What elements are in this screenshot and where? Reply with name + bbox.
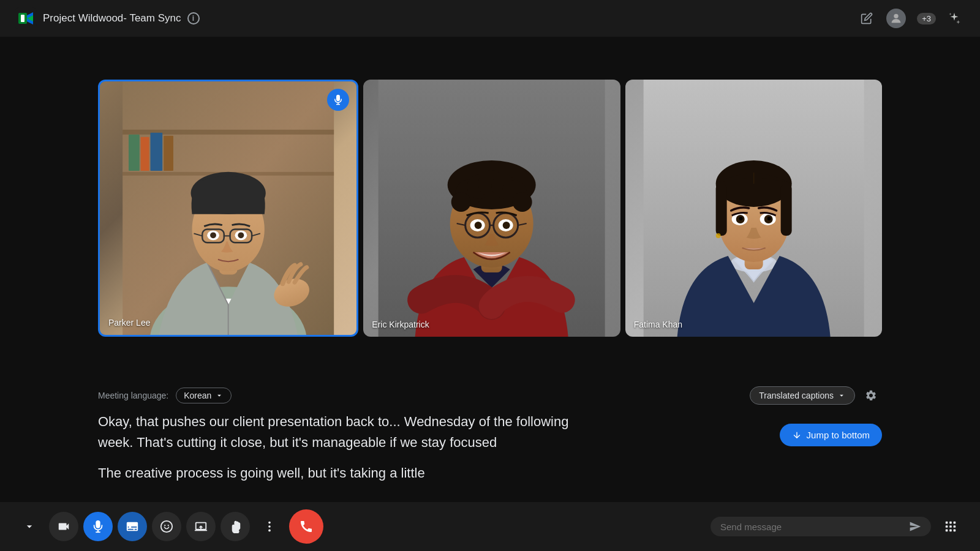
chevron-down-icon bbox=[215, 391, 224, 400]
parker-name-label: Parker Lee bbox=[108, 318, 150, 328]
svg-point-41 bbox=[513, 192, 532, 212]
svg-point-65 bbox=[739, 217, 742, 220]
caption-bar: Meeting language: Korean Translated capt… bbox=[0, 380, 980, 411]
eric-video bbox=[363, 80, 620, 337]
chevron-down-button[interactable] bbox=[15, 512, 44, 541]
svg-point-60 bbox=[715, 233, 720, 238]
more-options-button[interactable] bbox=[255, 512, 284, 541]
svg-rect-76 bbox=[949, 522, 952, 524]
dropdown-arrow-icon bbox=[837, 391, 846, 400]
jump-to-bottom-label: Jump to bottom bbox=[807, 430, 870, 440]
translated-captions-button[interactable]: Translated captions bbox=[750, 386, 855, 405]
send-message-input[interactable] bbox=[720, 522, 903, 532]
svg-rect-83 bbox=[954, 530, 956, 532]
svg-rect-81 bbox=[946, 530, 948, 532]
apps-button[interactable] bbox=[936, 512, 965, 541]
mic-button[interactable] bbox=[83, 512, 113, 541]
arrow-down-icon bbox=[792, 430, 802, 440]
pencil-button[interactable] bbox=[856, 7, 878, 29]
end-call-button[interactable] bbox=[289, 509, 323, 544]
emoji-button[interactable] bbox=[152, 512, 181, 541]
participant-count[interactable]: +3 bbox=[917, 13, 936, 24]
meeting-language-label: Meeting language: bbox=[98, 391, 168, 400]
transcript-line-2: The creative process is going well, but … bbox=[98, 463, 588, 484]
svg-rect-80 bbox=[954, 525, 956, 528]
eric-name-label: Eric Kirkpatrick bbox=[372, 320, 429, 329]
caption-controls: Translated captions bbox=[750, 384, 882, 407]
avatar-1 bbox=[885, 7, 907, 29]
message-input-container bbox=[710, 517, 931, 536]
svg-rect-10 bbox=[141, 137, 149, 171]
video-area: Parker Lee bbox=[0, 37, 980, 380]
svg-rect-12 bbox=[164, 136, 173, 171]
svg-rect-77 bbox=[954, 522, 956, 524]
svg-rect-57 bbox=[715, 184, 726, 236]
transcript-line-1: Okay, that pushes our client presentatio… bbox=[98, 411, 588, 453]
svg-rect-75 bbox=[946, 522, 948, 524]
camera-button[interactable] bbox=[49, 512, 78, 541]
svg-point-73 bbox=[268, 525, 271, 528]
fatima-name-label: Fatima Khan bbox=[634, 320, 682, 329]
transcript-area: Okay, that pushes our client presentatio… bbox=[0, 411, 980, 484]
language-value: Korean bbox=[184, 391, 211, 400]
svg-point-5 bbox=[894, 14, 899, 18]
svg-point-50 bbox=[503, 222, 510, 229]
svg-point-66 bbox=[767, 217, 771, 220]
fatima-video bbox=[625, 80, 882, 337]
sparkle-button[interactable] bbox=[943, 7, 965, 29]
svg-point-74 bbox=[268, 530, 271, 532]
video-tile-eric: Eric Kirkpatrick bbox=[363, 80, 620, 337]
svg-rect-82 bbox=[949, 530, 952, 532]
jump-to-bottom-button[interactable]: Jump to bottom bbox=[780, 424, 882, 446]
video-tile-parker: Parker Lee bbox=[98, 80, 358, 337]
svg-rect-9 bbox=[129, 135, 140, 171]
svg-point-71 bbox=[168, 525, 169, 526]
svg-point-26 bbox=[238, 232, 244, 238]
svg-rect-78 bbox=[946, 525, 948, 528]
svg-point-40 bbox=[451, 192, 471, 212]
language-select[interactable]: Korean bbox=[176, 388, 232, 403]
top-bar: Project Wildwood- Team Sync i +3 bbox=[0, 0, 980, 37]
svg-point-72 bbox=[268, 522, 271, 524]
svg-point-49 bbox=[475, 222, 482, 229]
meeting-title: Project Wildwood- Team Sync bbox=[43, 12, 181, 24]
raise-hand-button[interactable] bbox=[221, 512, 250, 541]
parker-video bbox=[100, 81, 356, 335]
svg-rect-2 bbox=[21, 15, 24, 22]
top-bar-right: +3 bbox=[856, 7, 965, 29]
transcript-text: Okay, that pushes our client presentatio… bbox=[98, 411, 588, 484]
settings-icon bbox=[865, 389, 877, 402]
video-tile-fatima: Fatima Khan bbox=[625, 80, 882, 337]
send-message-button[interactable] bbox=[909, 520, 921, 533]
present-button[interactable] bbox=[186, 512, 216, 541]
google-meet-logo bbox=[15, 7, 37, 29]
svg-point-69 bbox=[161, 521, 172, 532]
svg-rect-79 bbox=[949, 525, 952, 528]
participant-avatars bbox=[885, 7, 907, 29]
svg-point-70 bbox=[164, 525, 165, 526]
captions-button[interactable] bbox=[118, 512, 147, 541]
controls-right bbox=[710, 512, 965, 541]
caption-settings-button[interactable] bbox=[860, 384, 882, 407]
info-icon[interactable]: i bbox=[187, 12, 200, 24]
svg-point-25 bbox=[210, 232, 216, 238]
svg-rect-11 bbox=[151, 133, 163, 171]
controls-left bbox=[15, 509, 710, 544]
top-bar-left: Project Wildwood- Team Sync i bbox=[15, 7, 200, 29]
translated-captions-label: Translated captions bbox=[759, 391, 834, 400]
svg-rect-58 bbox=[780, 184, 791, 236]
bottom-controls bbox=[0, 502, 980, 551]
